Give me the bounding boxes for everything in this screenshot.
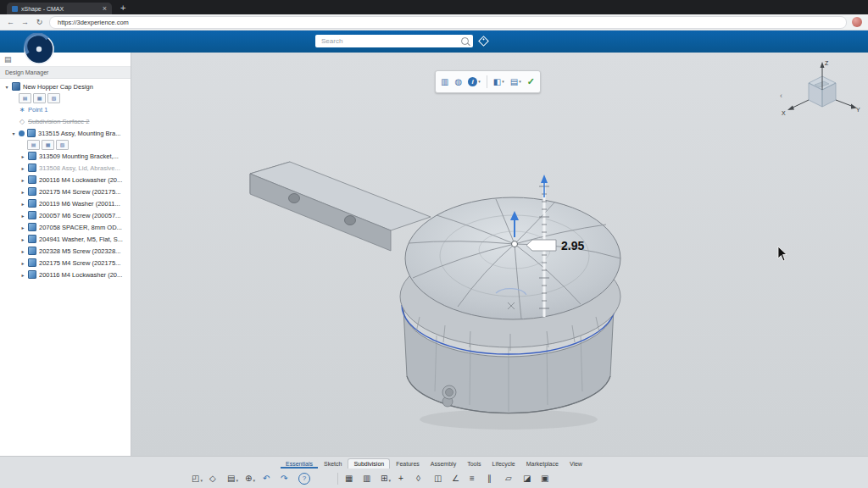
browser-tab[interactable]: xShape - CMAX × [7, 3, 112, 14]
diamond-tool-icon[interactable]: ◊ [416, 474, 427, 483]
mini-tool-icon[interactable]: ▤ [27, 140, 40, 150]
expand-icon[interactable]: ▸ [20, 189, 25, 195]
browser-tab-strip: xShape - CMAX × + [0, 0, 868, 14]
plane-tool-icon[interactable]: ▱ [505, 474, 516, 483]
help-tool-icon[interactable]: ? [298, 473, 310, 485]
expand-icon[interactable]: ▸ [20, 260, 25, 266]
expand-icon[interactable]: ▸ [20, 165, 25, 171]
mini-tool-icon[interactable]: ▧ [47, 93, 60, 103]
expand-icon[interactable]: ▸ [20, 225, 25, 230]
columns-view-icon[interactable]: ▥ [441, 78, 448, 86]
angle-measure-icon[interactable]: ∠ [452, 474, 463, 483]
mini-tool-icon[interactable]: ▤ [19, 93, 31, 103]
tree-node-part[interactable]: ▸ 202175 M4 Screw (202175... [0, 257, 131, 269]
part-icon [28, 270, 36, 279]
tree-node-label: 202175 M4 Screw (202175... [39, 188, 120, 196]
expand-icon[interactable]: ▸ [20, 272, 25, 278]
tree-node-part[interactable]: ▸ 200116 M4 Lockwasher (20... [0, 174, 131, 186]
tree-node-assembly[interactable]: ▾ 313515 Assy, Mounting Bra... [0, 127, 131, 139]
action-bar-tabs: Essentials Sketch Subdivision Features A… [0, 457, 868, 469]
orientation-triad[interactable]: Z X Y ‹ [780, 58, 861, 125]
layers-icon[interactable]: ◧▾ [493, 78, 504, 86]
tree-node-label: 313508 Assy, Lid, Abrasive... [39, 164, 120, 172]
point-icon: ∗ [19, 106, 25, 114]
grid-view-icon[interactable]: ▦ [345, 474, 356, 483]
collapse-icon[interactable]: ▾ [11, 130, 16, 136]
tree-node-point[interactable]: ∗ Point 1 [0, 103, 131, 115]
refresh-icon[interactable]: ↻ [35, 18, 44, 26]
display-mode-icon[interactable]: ▤▾ [510, 78, 521, 86]
export-tool-icon[interactable]: ▤▾ [227, 474, 238, 483]
tree-node-part[interactable]: ▸ 313508 Assy, Lid, Abrasive... [0, 162, 131, 174]
expand-icon[interactable]: ▸ [20, 201, 25, 207]
collapse-icon[interactable]: ▾ [4, 84, 9, 90]
expand-icon[interactable]: ▸ [20, 248, 25, 254]
tab-subdivision[interactable]: Subdivision [348, 458, 390, 469]
settings-tool-icon[interactable]: ⊕▾ [245, 474, 256, 483]
window-tool-icon[interactable]: ◫ [434, 474, 445, 483]
tab-assembly[interactable]: Assembly [426, 459, 461, 469]
tab-lifecycle[interactable]: Lifecycle [487, 459, 520, 469]
tree-node-part[interactable]: ▸ 200116 M4 Lockwasher (20... [0, 269, 131, 280]
part-icon [28, 187, 36, 196]
tree-node-part[interactable]: ▸ 207058 SPACER, 8mm OD... [0, 221, 131, 233]
3d-model-hopper-cap[interactable]: 2.95 [131, 53, 868, 456]
axis-y-label: Y [856, 107, 860, 113]
global-search [315, 35, 473, 47]
undo-icon[interactable]: ↶ [263, 474, 274, 483]
search-icon[interactable] [461, 37, 469, 45]
tab-features[interactable]: Features [391, 459, 425, 469]
tree-node-label: 313515 Assy, Mounting Bra... [38, 130, 120, 137]
shape-tool-icon[interactable]: ◰▾ [192, 474, 203, 483]
expand-icon[interactable]: ▸ [20, 236, 25, 242]
info-icon[interactable]: i ▾ [468, 77, 481, 86]
tree-node-part[interactable]: ▸ 202328 M5 Screw (202328... [0, 245, 131, 257]
pattern-tool-icon[interactable]: ⊞▾ [381, 474, 392, 483]
tree-node-part[interactable]: ▸ 313509 Mounting Bracket,... [0, 150, 131, 162]
new-tab-button[interactable]: + [120, 3, 125, 13]
part-icon [28, 211, 36, 219]
globe-icon[interactable]: ◍ [454, 78, 462, 86]
validate-icon[interactable]: ✓ [527, 77, 535, 86]
tree-node-subdivision[interactable]: ◇ Subdivision Surface 2 [0, 115, 131, 127]
tree-node-label: Point 1 [28, 106, 47, 114]
browser-profile-avatar[interactable] [852, 17, 862, 27]
parallel-tool-icon[interactable]: ∥ [487, 474, 498, 483]
mini-tool-icon[interactable]: ▧ [56, 140, 69, 150]
expand-icon[interactable]: ▸ [20, 177, 25, 183]
3d-viewport[interactable]: 2.95 ▥ ◍ i ▾ ◧▾ ▤▾ ✓ [131, 53, 868, 456]
mini-tool-icon[interactable]: ▦ [42, 140, 54, 150]
model-tree: ▾ New Hopper Cap Design ▤ ▦ ▧ ∗ Point 1 … [0, 79, 131, 280]
prism-tool-icon[interactable]: ◇ [209, 474, 220, 483]
tree-node-label: 200057 M6 Screw (200057... [39, 212, 120, 219]
tab-view[interactable]: View [565, 459, 587, 469]
redo-icon[interactable]: ↷ [281, 474, 292, 483]
search-input[interactable] [320, 36, 459, 46]
corner-tool-icon[interactable]: ◪ [523, 474, 534, 483]
url-field[interactable]: https://3dexperience.com [49, 16, 847, 29]
url-text: https://3dexperience.com [58, 19, 129, 26]
tree-node-part[interactable]: ▸ 202175 M4 Screw (202175... [0, 186, 131, 197]
back-icon[interactable]: ← [6, 18, 15, 26]
tree-node-label: 200116 M4 Lockwasher (20... [39, 271, 122, 279]
tab-sketch[interactable]: Sketch [319, 459, 347, 469]
tab-marketplace[interactable]: Marketplace [521, 459, 564, 469]
mini-tool-icon[interactable]: ▦ [33, 93, 46, 103]
tab-tools[interactable]: Tools [462, 459, 486, 469]
3ds-compass-logo[interactable] [23, 33, 55, 65]
tree-node-root[interactable]: ▾ New Hopper Cap Design [0, 80, 131, 92]
add-element-icon[interactable]: + [398, 474, 409, 483]
tree-node-part[interactable]: ▸ 200057 M6 Screw (200057... [0, 209, 131, 221]
expand-icon[interactable]: ▸ [20, 153, 25, 159]
tab-close-icon[interactable]: × [103, 5, 107, 13]
tree-node-part[interactable]: ▸ 204941 Washer, M5, Flat, S... [0, 233, 131, 245]
expand-icon[interactable]: ▸ [20, 213, 25, 219]
box-tool-icon[interactable]: ▣ [541, 474, 552, 483]
list-tool-icon[interactable]: ≡ [470, 474, 481, 483]
tree-node-label: 207058 SPACER, 8mm OD... [39, 224, 122, 231]
tab-essentials[interactable]: Essentials [281, 459, 318, 469]
forward-icon[interactable]: → [20, 18, 30, 26]
table-view-icon[interactable]: ▥ [363, 474, 374, 483]
tree-panel-icon[interactable]: ▤ [4, 55, 12, 64]
tree-node-part[interactable]: ▸ 200119 M6 Washer (20011... [0, 197, 131, 209]
